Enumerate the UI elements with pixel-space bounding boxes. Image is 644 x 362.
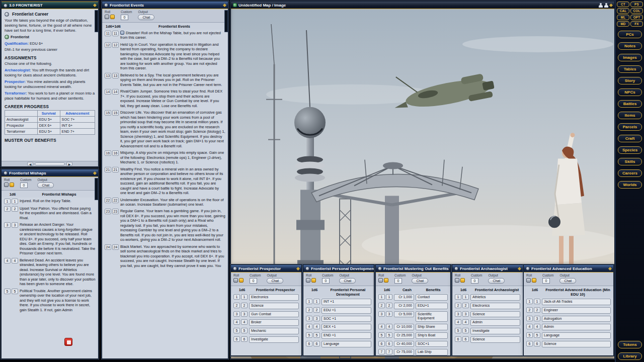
table-window-titlebar[interactable]: Frontierist Advanced Education	[524, 265, 613, 273]
sidebar-item-npcs[interactable]: NPCs	[618, 88, 642, 96]
sidebar-item-items[interactable]: Items	[618, 112, 642, 119]
sidebar-mini-button-ct[interactable]: CT	[617, 2, 629, 7]
table-row[interactable]: 66Cr 40,000SOC+1	[378, 341, 448, 347]
die-icon[interactable]	[526, 278, 531, 283]
table-row[interactable]: 44Believed Dead. An accident leaves you …	[4, 258, 96, 287]
table-row[interactable]: 33SOC +1	[306, 316, 371, 322]
sidebar-mini-button-ps[interactable]: PS	[630, 2, 643, 7]
chat-button[interactable]: Chat	[488, 278, 505, 284]
table-row[interactable]: 77Cr 75,000Lab Ship	[378, 349, 448, 355]
table-row[interactable]: 1313Believed to be a Spy. The local gove…	[105, 73, 225, 87]
table-row[interactable]: 33Cr 5,000Scientific Equipment	[378, 311, 448, 322]
custom-value-field[interactable]: 0	[20, 183, 28, 188]
chat-button[interactable]: Chat	[267, 278, 283, 284]
table-row[interactable]: 22Engineer	[526, 307, 611, 314]
window-tab[interactable]	[224, 10, 228, 32]
sidebar-item-tokens[interactable]: Tokens	[618, 341, 642, 348]
table-row[interactable]: 1515Discover Life. You discover that an …	[105, 110, 225, 148]
mishaps-titlebar[interactable]: Frontierist Mishaps	[2, 169, 98, 177]
window-tab[interactable]	[95, 178, 98, 200]
table-row[interactable]: 44Broker	[233, 319, 299, 326]
sidebar-mini-button-fx[interactable]: FX	[630, 21, 643, 27]
sidebar-item-story[interactable]: Story	[618, 77, 642, 84]
table-row[interactable]: 33Release an Ancient Danger. Your carele…	[4, 222, 96, 255]
sidebar-item-parcels[interactable]: Parcels	[618, 123, 642, 131]
chat-button[interactable]: Chat	[339, 278, 356, 284]
die-icon[interactable]	[233, 278, 238, 283]
prev-page-button[interactable]: ◀	[27, 162, 33, 166]
sidebar-item-pcs[interactable]: PCs	[618, 31, 642, 38]
table-row[interactable]: 55END +1	[306, 332, 371, 339]
table-row[interactable]: 22Cr 2,000EDU+1	[378, 303, 448, 309]
die-icon[interactable]	[105, 15, 109, 19]
table-row[interactable]: 33Science	[455, 311, 520, 318]
sidebar-item-notes[interactable]: Notes	[618, 42, 642, 50]
table-row[interactable]: 44DEX +1	[306, 324, 371, 330]
table-row[interactable]: 44Admin	[455, 319, 520, 326]
table-row[interactable]: 11INT +1	[306, 299, 371, 305]
custom-value-field[interactable]: 0	[322, 278, 330, 284]
die-icon[interactable]	[460, 278, 465, 283]
table-row[interactable]: 44Cr 10,000Ship Share	[378, 324, 448, 330]
table-row[interactable]: 11Cr 1,000Contact	[378, 294, 448, 301]
die-icon[interactable]	[10, 183, 14, 187]
table-row[interactable]: 11Athletics	[455, 294, 520, 301]
table-window-titlebar[interactable]: Frontierist Mustering Out Benefits	[376, 265, 450, 273]
custom-value-field[interactable]: 0	[121, 15, 128, 20]
table-row[interactable]: 22Electronics	[455, 303, 520, 309]
chat-button[interactable]: Chat	[37, 183, 54, 188]
reference-titlebar[interactable]: 3.0 FRONTIERIST	[2, 2, 98, 9]
die-icon[interactable]	[110, 15, 115, 19]
custom-value-field[interactable]: 0	[471, 278, 478, 284]
chat-button[interactable]: Chat	[412, 278, 428, 284]
die-icon[interactable]	[384, 278, 388, 283]
mishaps-rows[interactable]: 11Injured. Roll on the Injury Table.22Up…	[2, 198, 98, 358]
players-icon[interactable]	[599, 3, 603, 8]
table-row[interactable]: 2424Black Market. You are approached by …	[105, 244, 225, 268]
table-row[interactable]: 1616Misjump. A ship you're on misjumps i…	[105, 150, 225, 164]
custom-value-field[interactable]: 0	[250, 278, 257, 284]
events-titlebar[interactable]: Frontierist Events	[102, 2, 228, 9]
chat-button[interactable]: Chat	[559, 278, 576, 284]
gm-icon[interactable]	[604, 3, 608, 8]
table-window-titlebar[interactable]: Frontierist Archaeologist	[452, 265, 523, 273]
die-icon[interactable]	[239, 278, 244, 283]
die-icon[interactable]	[455, 278, 459, 283]
sidebar-item-species[interactable]: Species	[618, 146, 642, 154]
table-window-titlebar[interactable]: Frontierist Prospector	[231, 265, 301, 273]
table-row[interactable]: 11Jack-of-All-Trades	[526, 299, 611, 305]
die-icon[interactable]	[532, 278, 536, 283]
table-row[interactable]: 33Astrogation	[526, 316, 611, 322]
next-page-button[interactable]: ▶	[66, 162, 72, 166]
custom-value-field[interactable]: 0	[394, 278, 402, 284]
table-row[interactable]: 66Science	[455, 336, 520, 343]
table-link-icon[interactable]	[120, 31, 124, 35]
sidebar-item-library[interactable]: Library	[618, 352, 642, 360]
sidebar-mini-button-opt[interactable]: OPT	[630, 15, 643, 20]
sidebar-mini-button-ml[interactable]: ML	[617, 15, 629, 20]
table-row[interactable]: 44Admin	[526, 324, 611, 330]
table-row[interactable]: 22Upset Your Patron. You offend those pa…	[4, 206, 96, 220]
table-row[interactable]: 55Investigate	[455, 328, 520, 334]
map-titlebar[interactable]: Unidentified Map / Image	[231, 2, 614, 9]
custom-value-field[interactable]: 0	[542, 278, 550, 284]
table-row[interactable]: 11Injured. Roll on the Injury Table.	[4, 199, 96, 204]
table-row[interactable]: 1414Rival/Claim Jumper. Someone tries to…	[105, 89, 225, 108]
table-row[interactable]: 55Political Trouble. Another government …	[4, 289, 96, 312]
sidebar-item-skills[interactable]: Skills	[618, 158, 642, 165]
sidebar-mini-button-md[interactable]: MD	[617, 21, 629, 27]
table-row[interactable]: 55Cr 25,000Ship's Boat	[378, 332, 448, 339]
table-row[interactable]: 66Investigate	[233, 336, 299, 343]
table-row[interactable]: 2222Underwater Excavation. Your site of …	[105, 198, 225, 207]
die-icon[interactable]	[306, 278, 310, 283]
chat-button[interactable]: Chat	[138, 15, 154, 20]
pager-track[interactable]	[35, 162, 65, 165]
career-link[interactable]: Frontierist	[5, 35, 95, 40]
sidebar-mini-button-col[interactable]: COL	[630, 8, 643, 14]
table-row[interactable]: 1212Held Up in Court. Your operation is …	[105, 42, 225, 71]
table-row[interactable]: 2121Wealthy Find. You notice a mineral v…	[105, 167, 225, 196]
die-icon[interactable]	[4, 183, 9, 187]
die-icon[interactable]	[311, 278, 316, 283]
window-tab[interactable]	[95, 10, 98, 32]
table-window-titlebar[interactable]: Frontierist Personal Development	[303, 265, 374, 273]
